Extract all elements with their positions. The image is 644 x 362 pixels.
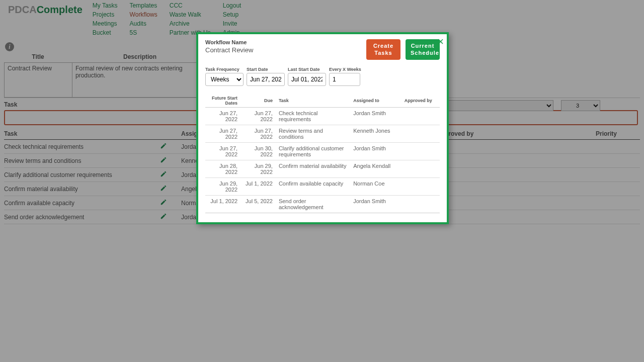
cell-assigned: Angela Kendall	[351, 160, 403, 177]
workflow-name-block: Workflow Name Contract Review	[205, 39, 253, 54]
workflow-modal: × Workflow Name Contract Review Create T…	[196, 32, 449, 224]
cell-due: Jun 29, 2022	[243, 160, 277, 177]
th-approved: Approved by	[403, 94, 440, 108]
cell-assigned: Jordan Smith	[351, 107, 403, 125]
close-icon[interactable]: ×	[437, 36, 444, 47]
cell-due: Jun 27, 2022	[243, 125, 277, 142]
schedule-row: Jun 27, 2022Jun 30, 2022Clarify addition…	[205, 142, 440, 160]
cell-approved	[403, 125, 440, 142]
cell-task: Review terms and conditions	[277, 125, 351, 142]
cell-assigned: Norman Coe	[351, 177, 403, 195]
workflow-name-value: Contract Review	[205, 46, 253, 54]
cell-future: Jun 27, 2022	[205, 125, 243, 142]
schedule-row: Jun 27, 2022Jun 27, 2022Review terms and…	[205, 125, 440, 142]
last-start-date-field: Last Start Date	[288, 67, 326, 86]
last-start-input[interactable]	[288, 73, 326, 86]
cell-task: Check technical requirements	[277, 107, 351, 125]
th-assigned: Assigned to	[351, 94, 403, 108]
cell-assigned: Jordan Smith	[351, 142, 403, 160]
cell-future: Jun 29, 2022	[205, 177, 243, 195]
cell-future: Jun 27, 2022	[205, 107, 243, 125]
cell-approved	[403, 107, 440, 125]
cell-due: Jun 27, 2022	[243, 107, 277, 125]
frequency-label: Task Frequency	[205, 67, 244, 72]
cell-due: Jun 30, 2022	[243, 142, 277, 160]
cell-future: Jun 27, 2022	[205, 142, 243, 160]
cell-future: Jun 28, 2022	[205, 160, 243, 177]
cell-task: Send order acknowledgement	[277, 195, 351, 213]
frequency-select[interactable]: Weeks	[205, 73, 244, 86]
modal-header: Workflow Name Contract Review Create Tas…	[205, 39, 440, 60]
schedule-row: Jun 29, 2022Jul 1, 2022Confirm available…	[205, 177, 440, 195]
cell-approved	[403, 177, 440, 195]
cell-approved	[403, 142, 440, 160]
current-schedule-button[interactable]: Current Schedule	[406, 39, 440, 60]
th-due: Due	[243, 94, 277, 108]
schedule-row: Jul 1, 2022Jul 5, 2022Send order acknowl…	[205, 195, 440, 213]
workflow-name-label: Workflow Name	[205, 39, 253, 45]
every-x-label: Every X Weeks	[329, 67, 361, 72]
cell-task: Confirm available capacity	[277, 177, 351, 195]
th-task: Task	[277, 94, 351, 108]
cell-due: Jul 5, 2022	[243, 195, 277, 213]
th-future: Future Start Dates	[205, 94, 243, 108]
task-frequency-field: Task Frequency Weeks	[205, 67, 244, 86]
schedule-row: Jun 28, 2022Jun 29, 2022Confirm material…	[205, 160, 440, 177]
last-start-label: Last Start Date	[288, 67, 326, 72]
cell-approved	[403, 160, 440, 177]
schedule-header-row: Future Start Dates Due Task Assigned to …	[205, 94, 440, 108]
modal-buttons: Create Tasks Current Schedule	[366, 39, 440, 60]
cell-future: Jul 1, 2022	[205, 195, 243, 213]
schedule-table: Future Start Dates Due Task Assigned to …	[205, 94, 440, 213]
start-date-field: Start Date	[247, 67, 285, 86]
schedule-row: Jun 27, 2022Jun 27, 2022Check technical …	[205, 107, 440, 125]
cell-assigned: Jordan Smith	[351, 195, 403, 213]
every-x-field: Every X Weeks	[329, 67, 361, 86]
cell-due: Jul 1, 2022	[243, 177, 277, 195]
cell-assigned: Kenneth Jones	[351, 125, 403, 142]
cell-task: Clarify additional customer requirements	[277, 142, 351, 160]
create-tasks-button[interactable]: Create Tasks	[366, 39, 400, 60]
frequency-row: Task Frequency Weeks Start Date Last Sta…	[205, 67, 440, 86]
every-x-input[interactable]	[329, 73, 360, 86]
start-date-input[interactable]	[247, 73, 285, 86]
start-date-label: Start Date	[247, 67, 285, 72]
cell-approved	[403, 195, 440, 213]
cell-task: Confirm material availability	[277, 160, 351, 177]
